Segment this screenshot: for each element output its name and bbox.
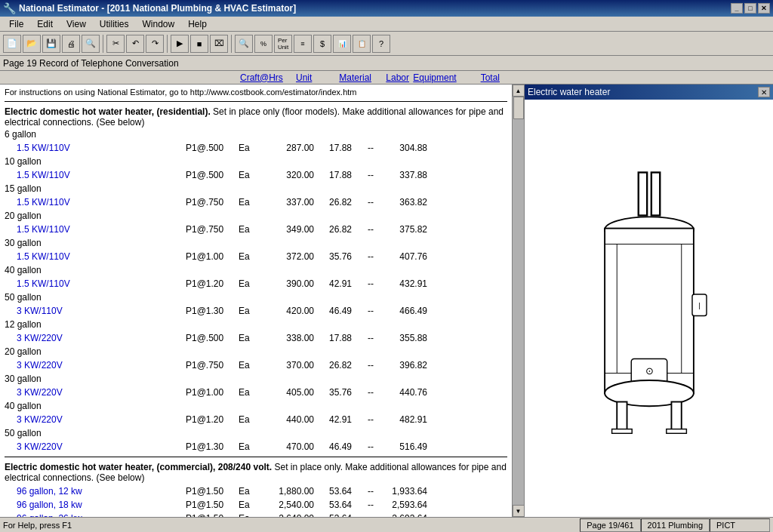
table-row: 96 gallon, 36 kw P1@1.50 Ea 2,640.00 53.…: [5, 512, 507, 517]
play-button[interactable]: ▶: [171, 35, 189, 53]
sep1: [103, 35, 103, 53]
help-toolbar-button[interactable]: ?: [372, 35, 390, 53]
table-row: 3 KW/110V P1@1.30 Ea 420.00 46.49 -- 466…: [5, 304, 507, 318]
image-panel-title: Electric water heater: [528, 87, 610, 97]
col-unit[interactable]: Unit: [296, 72, 325, 83]
row-unit: Ea: [239, 333, 269, 343]
col-total[interactable]: Total: [457, 72, 500, 83]
row-craft: P1@1.50: [186, 486, 239, 497]
new-button[interactable]: 📄: [3, 35, 21, 53]
menu-view[interactable]: View: [60, 17, 92, 31]
stop-button[interactable]: ■: [190, 35, 208, 53]
save-button[interactable]: 💾: [42, 35, 60, 53]
row-label[interactable]: 1.5 KW/110V: [5, 170, 186, 180]
table-row: 1.5 KW/110V P1@.750 Ea 349.00 26.82 -- 3…: [5, 223, 507, 236]
row-material: 338.00: [269, 333, 322, 343]
section-heading-bold-1: Electric domestic hot water heater, (res…: [5, 106, 211, 117]
row-label[interactable]: 3 KW/110V: [5, 306, 186, 316]
col-craft-hrs[interactable]: Craft@Hrs: [240, 72, 294, 83]
close-button[interactable]: ✕: [758, 3, 770, 14]
pct-button[interactable]: %: [254, 35, 273, 53]
row-unit: Ea: [239, 197, 269, 208]
row-material: 420.00: [269, 306, 322, 316]
row-unit: Ea: [239, 278, 269, 289]
list-button[interactable]: ≡: [294, 35, 312, 53]
row-label[interactable]: 3 KW/220V: [5, 441, 186, 452]
open-button[interactable]: 📂: [23, 35, 41, 53]
undo-button[interactable]: ↶: [126, 35, 144, 53]
menu-help[interactable]: Help: [182, 17, 213, 31]
scrollbar[interactable]: ▲ ▼: [512, 85, 524, 517]
menu-file[interactable]: File: [3, 17, 29, 31]
image-close-button[interactable]: ✕: [758, 87, 770, 97]
water-heater-illustration: ⊙ |: [574, 165, 725, 452]
row-equipment: --: [359, 441, 382, 452]
row-label[interactable]: 3 KW/220V: [5, 360, 186, 371]
sub-10gallon: 10 gallon: [5, 156, 507, 167]
section-heading-2: Electric domestic hot water heater, (com…: [5, 462, 507, 483]
row-total: 337.88: [382, 170, 427, 180]
menu-edit[interactable]: Edit: [31, 17, 59, 31]
row-total: 2,693.64: [382, 513, 427, 517]
row-unit: Ea: [239, 387, 269, 398]
row-craft: P1@1.00: [186, 251, 239, 262]
row-total: 432.91: [382, 278, 427, 289]
per-unit-button[interactable]: PerUnit: [274, 35, 292, 53]
print-button[interactable]: 🖨: [62, 35, 80, 53]
row-label[interactable]: 1.5 KW/110V: [5, 278, 186, 289]
row-craft: P1@.750: [186, 197, 239, 208]
report-button[interactable]: 📋: [353, 35, 371, 53]
row-label[interactable]: 1.5 KW/110V: [5, 251, 186, 262]
status-bar: For Help, press F1 Page 19/461 2011 Plum…: [0, 517, 773, 532]
sub-30gallon-220: 30 gallon: [5, 374, 507, 384]
scroll-down-button[interactable]: ▼: [513, 505, 525, 517]
row-label[interactable]: 96 gallon, 36 kw: [5, 513, 186, 517]
menu-utilities[interactable]: Utilities: [94, 17, 135, 31]
col-headers: Craft@Hrs Unit Material Labor Equipment …: [0, 71, 773, 85]
row-label[interactable]: 3 KW/220V: [5, 333, 186, 343]
dollar-button[interactable]: $: [313, 35, 331, 53]
page-info-text: Page 19 Record of Telephone Conversation: [3, 58, 179, 69]
table-row: 3 KW/220V P1@1.20 Ea 440.00 42.91 -- 482…: [5, 413, 507, 426]
row-label[interactable]: 3 KW/220V: [5, 414, 186, 425]
cut-button[interactable]: ✂: [106, 35, 125, 53]
intro-text: For instructions on using National Estim…: [5, 88, 507, 97]
zoom-button[interactable]: 🔍: [235, 35, 253, 53]
table-row: 96 gallon, 12 kw P1@1.50 Ea 1,880.00 53.…: [5, 484, 507, 498]
menu-window[interactable]: Window: [137, 17, 181, 31]
find-button[interactable]: 🔍: [82, 35, 100, 53]
title-text: National Estimator - [2011 National Plum…: [19, 3, 296, 14]
sub-30gallon: 30 gallon: [5, 238, 507, 248]
row-label[interactable]: 3 KW/220V: [5, 387, 186, 398]
scroll-thumb[interactable]: [513, 97, 524, 119]
row-label[interactable]: 1.5 KW/110V: [5, 224, 186, 235]
minimize-button[interactable]: _: [731, 3, 743, 14]
row-unit: Ea: [239, 360, 269, 371]
row-material: 287.00: [269, 143, 322, 153]
col-material[interactable]: Material: [325, 72, 376, 83]
row-material: 1,880.00: [269, 486, 322, 497]
redo-button[interactable]: ↷: [146, 35, 164, 53]
col-equipment[interactable]: Equipment: [412, 72, 457, 83]
row-label[interactable]: 96 gallon, 12 kw: [5, 486, 186, 497]
row-label[interactable]: 1.5 KW/110V: [5, 197, 186, 208]
row-craft: P1@1.50: [186, 500, 239, 510]
chart-button[interactable]: 📊: [333, 35, 351, 53]
col-labor[interactable]: Labor: [376, 72, 412, 83]
row-equipment: --: [359, 500, 382, 510]
content-panel: For instructions on using National Estim…: [0, 85, 512, 517]
status-sections: Page 19/461 2011 Plumbing PICT: [580, 518, 770, 532]
row-craft: P1@1.30: [186, 441, 239, 452]
row-total: 440.76: [382, 387, 427, 398]
row-labor: 53.64: [322, 486, 359, 497]
scroll-track[interactable]: [513, 97, 524, 505]
scroll-up-button[interactable]: ▲: [513, 85, 525, 97]
row-label[interactable]: 96 gallon, 18 kw: [5, 500, 186, 510]
row-unit: Ea: [239, 170, 269, 180]
restore-button[interactable]: □: [744, 3, 756, 14]
row-labor: 17.88: [322, 170, 359, 180]
row-label[interactable]: 1.5 KW/110V: [5, 143, 186, 153]
row-craft: P1@1.50: [186, 513, 239, 517]
clear-button[interactable]: ⌧: [210, 35, 228, 53]
row-total: 482.91: [382, 414, 427, 425]
